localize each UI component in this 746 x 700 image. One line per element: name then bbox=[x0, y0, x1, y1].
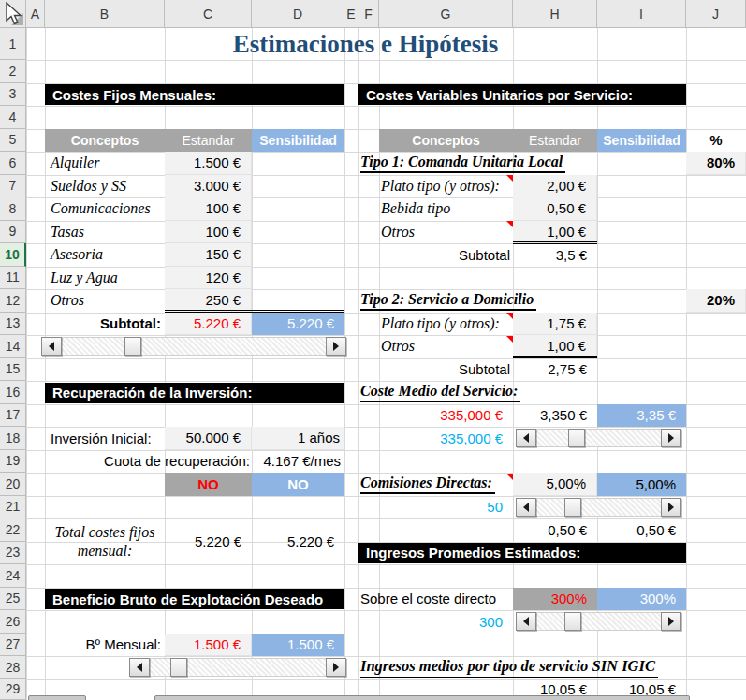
row-header[interactable]: 2 bbox=[0, 60, 26, 83]
coste-medio-standard: 3,350 € bbox=[513, 404, 597, 428]
column-header[interactable]: B bbox=[45, 0, 165, 28]
section-banner-ingresos: Ingresos Promedios Estimados: bbox=[358, 543, 686, 563]
row-header[interactable]: 21 bbox=[0, 496, 26, 519]
ingresos-standard[interactable]: 300% bbox=[513, 588, 597, 611]
concept-label: Otros bbox=[379, 335, 513, 358]
row-header[interactable]: 24 bbox=[0, 564, 26, 588]
value-cell[interactable]: 150 € bbox=[165, 243, 252, 267]
column-header[interactable]: I bbox=[597, 0, 686, 28]
row-header[interactable]: 23 bbox=[0, 542, 26, 565]
tipo1-subtotal-value: 3,5 € bbox=[513, 243, 597, 267]
scroll-right-arrow-icon[interactable] bbox=[661, 612, 681, 631]
cuota-label: Cuota de recuperación: bbox=[45, 450, 252, 474]
flag-sensitivity[interactable]: NO bbox=[252, 473, 344, 496]
value-cell[interactable]: 1.500 € bbox=[165, 152, 252, 175]
row-header[interactable]: 12 bbox=[0, 289, 26, 313]
gridline bbox=[26, 564, 746, 565]
scrollbar-bo-mensual[interactable] bbox=[129, 658, 346, 677]
row-header[interactable]: 11 bbox=[0, 267, 26, 290]
scroll-left-arrow-icon[interactable] bbox=[516, 429, 536, 447]
value-cell[interactable]: 3.000 € bbox=[165, 175, 252, 198]
row-header[interactable]: 18 bbox=[0, 427, 26, 450]
row-header[interactable]: 20 bbox=[0, 473, 26, 496]
sobre-coste-directo-label: Sobre el coste directo bbox=[358, 588, 513, 611]
row-header[interactable]: 14 bbox=[0, 335, 26, 358]
column-header[interactable]: A bbox=[26, 0, 45, 28]
column-header[interactable]: J bbox=[686, 0, 746, 28]
tipo2-percent[interactable]: 20% bbox=[686, 289, 746, 313]
tipo1-percent[interactable]: 80% bbox=[686, 152, 746, 175]
row-header[interactable]: 6 bbox=[0, 152, 26, 175]
row-header[interactable]: 19 bbox=[0, 450, 26, 474]
row-header[interactable]: 16 bbox=[0, 381, 26, 404]
row-header[interactable]: 29 bbox=[0, 679, 26, 700]
row-header[interactable]: 4 bbox=[0, 106, 26, 129]
row-header[interactable]: 3 bbox=[0, 83, 26, 107]
scrollbar-thumb[interactable] bbox=[564, 498, 581, 517]
row-header[interactable]: 7 bbox=[0, 175, 26, 198]
scrollbar-beneficio-left[interactable] bbox=[41, 337, 346, 356]
column-header[interactable]: H bbox=[513, 0, 597, 28]
ingresos-sensitivity[interactable]: 300% bbox=[597, 588, 686, 611]
scrollbar-thumb[interactable] bbox=[568, 429, 585, 447]
scrollbar-thumb[interactable] bbox=[124, 337, 141, 356]
scrollbar-ingresos[interactable] bbox=[516, 612, 681, 631]
column-header-conceptos-right: Conceptos bbox=[379, 129, 513, 153]
scroll-left-arrow-icon[interactable] bbox=[41, 337, 62, 356]
row-header[interactable]: 13 bbox=[0, 313, 26, 336]
row-header[interactable]: 28 bbox=[0, 656, 26, 679]
value-cell[interactable]: 100 € bbox=[165, 221, 252, 244]
scrollbar-thumb[interactable] bbox=[170, 658, 187, 677]
scrollbar-coste-medio[interactable] bbox=[516, 429, 681, 447]
tipo2-subtotal-label: Subtotal bbox=[379, 358, 513, 382]
scroll-right-arrow-icon[interactable] bbox=[661, 429, 681, 447]
scrollbar-thumb[interactable] bbox=[564, 612, 581, 631]
row-header[interactable]: 17 bbox=[0, 404, 26, 428]
value-cell[interactable]: 1,00 € bbox=[513, 221, 597, 244]
row-header[interactable]: 25 bbox=[0, 588, 26, 611]
concept-label: Alquiler bbox=[45, 152, 165, 175]
value-cell[interactable]: 1,00 € bbox=[513, 335, 597, 358]
bo-mensual-sensitivity[interactable]: 1.500 € bbox=[252, 634, 344, 657]
row-header[interactable]: 27 bbox=[0, 634, 26, 657]
concept-label: Plato tipo (y otros): bbox=[379, 175, 513, 198]
row-header[interactable]: 10 bbox=[0, 243, 26, 267]
value-cell[interactable]: 1,75 € bbox=[513, 313, 597, 336]
comment-indicator bbox=[506, 221, 513, 227]
column-header[interactable]: E bbox=[344, 0, 358, 28]
concept-label: Plato tipo (y otros): bbox=[379, 313, 513, 336]
scroll-left-arrow-icon[interactable] bbox=[516, 498, 536, 517]
comisiones-sensitivity[interactable]: 5,00% bbox=[597, 473, 686, 496]
column-header[interactable]: F bbox=[358, 0, 379, 28]
column-header[interactable]: D bbox=[252, 0, 344, 28]
scroll-left-arrow-icon[interactable] bbox=[129, 658, 150, 677]
row-header[interactable]: 22 bbox=[0, 518, 26, 542]
subtotal-sensitivity: 5.220 € bbox=[252, 313, 344, 336]
scroll-right-arrow-icon[interactable] bbox=[661, 498, 681, 517]
comisiones-standard[interactable]: 5,00% bbox=[513, 473, 597, 496]
column-header[interactable]: G bbox=[379, 0, 513, 28]
row-header[interactable]: 5 bbox=[0, 129, 26, 153]
scroll-right-arrow-icon[interactable] bbox=[326, 658, 346, 677]
row-header[interactable]: 1 bbox=[0, 28, 26, 60]
inversion-inicial-value[interactable]: 50.000 € bbox=[165, 427, 252, 450]
scroll-left-arrow-icon[interactable] bbox=[516, 612, 536, 631]
row-header[interactable]: 9 bbox=[0, 221, 26, 244]
scroll-right-arrow-icon[interactable] bbox=[326, 337, 346, 356]
value-cell[interactable]: 120 € bbox=[165, 267, 252, 290]
row-header[interactable]: 15 bbox=[0, 358, 26, 382]
value-cell[interactable]: 2,00 € bbox=[513, 175, 597, 198]
scrollbar-comisiones[interactable] bbox=[516, 498, 681, 517]
column-header[interactable]: C bbox=[165, 0, 252, 28]
value-cell[interactable]: 0,50 € bbox=[513, 197, 597, 221]
inversion-period-value[interactable]: 1 años bbox=[252, 427, 344, 450]
flag-standard[interactable]: NO bbox=[165, 473, 252, 496]
row-header[interactable]: 8 bbox=[0, 197, 26, 221]
bo-mensual-standard[interactable]: 1.500 € bbox=[165, 634, 252, 657]
value-cell[interactable]: 100 € bbox=[165, 197, 252, 221]
embedded-object-top bbox=[28, 695, 86, 700]
spreadsheet: Estimaciones e Hipótesis Costes Fijos Me… bbox=[0, 0, 746, 700]
value-cell[interactable]: 250 € bbox=[165, 289, 252, 313]
total-costes-label: Total costes fijos mensual: bbox=[45, 518, 165, 564]
row-header[interactable]: 26 bbox=[0, 610, 26, 634]
